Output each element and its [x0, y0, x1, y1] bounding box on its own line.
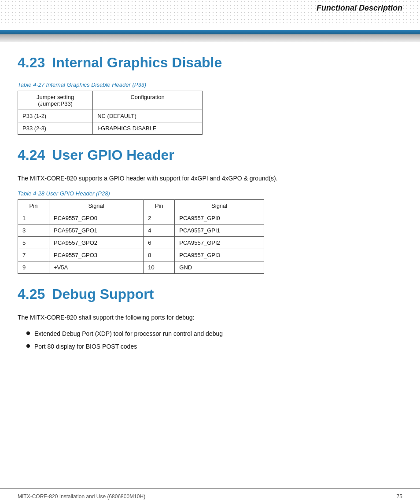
- section-424-heading: 4.24 User GPIO Header: [18, 147, 402, 163]
- table-row: 9 +V5A 10 GND: [18, 261, 264, 274]
- section-423-number: 4.23: [18, 55, 45, 71]
- table-428-r1c2: PCA9557_GPO0: [49, 212, 144, 224]
- table-428-r5c4: GND: [175, 261, 264, 274]
- table-427-col2-header: Configuration: [93, 91, 203, 110]
- table-428-r3c3: 6: [144, 237, 175, 249]
- table-row: 5 PCA9557_GPO2 6 PCA9557_GPI2: [18, 237, 264, 249]
- table-428-r2c1: 3: [18, 224, 49, 237]
- table-427-r1c2: NC (DEFAULT): [93, 110, 203, 122]
- bullet-text-2: Port 80 display for BIOS POST codes: [34, 342, 137, 351]
- table-428-r5c3: 10: [144, 261, 175, 274]
- table-428-r3c2: PCA9557_GPO2: [49, 237, 144, 249]
- list-item: Port 80 display for BIOS POST codes: [26, 342, 402, 351]
- section-424-body: The MITX-CORE-820 supports a GPIO header…: [18, 174, 402, 183]
- table-428-r4c4: PCA9557_GPI3: [175, 249, 264, 261]
- table-428-r2c3: 4: [144, 224, 175, 237]
- table-428-r5c2: +V5A: [49, 261, 144, 274]
- section-424-title: User GPIO Header: [52, 147, 174, 163]
- main-content: 4.23 Internal Graphics Disable Table 4-2…: [0, 42, 420, 381]
- section-423-heading: 4.23 Internal Graphics Disable: [18, 55, 402, 71]
- section-425-body: The MITX-CORE-820 shall support the foll…: [18, 313, 402, 322]
- table-427-r1c1: P33 (1-2): [18, 110, 93, 122]
- section-425-number: 4.25: [18, 286, 45, 302]
- table-427-r2c1: P33 (2-3): [18, 122, 93, 135]
- page-footer: MITX-CORE-820 Installation and Use (6806…: [0, 488, 420, 504]
- table-428-r1c3: 2: [144, 212, 175, 224]
- table-428-col3-header: Pin: [144, 200, 175, 212]
- table-427-r2c2: I-GRAPHICS DISABLE: [93, 122, 203, 135]
- table-428-r4c1: 7: [18, 249, 49, 261]
- table-428-r3c1: 5: [18, 237, 49, 249]
- bullet-icon: [26, 331, 30, 335]
- table-428-r4c3: 8: [144, 249, 175, 261]
- table-row: 1 PCA9557_GPO0 2 PCA9557_GPI0: [18, 212, 264, 224]
- header-title: Functional Description: [317, 4, 402, 12]
- table-row: 7 PCA9557_GPO3 8 PCA9557_GPI3: [18, 249, 264, 261]
- table-428-col2-header: Signal: [49, 200, 144, 212]
- table-428: Pin Signal Pin Signal 1 PCA9557_GPO0 2 P…: [18, 199, 264, 274]
- table-row: P33 (2-3) I-GRAPHICS DISABLE: [18, 122, 203, 135]
- blue-bar: [0, 30, 420, 34]
- footer-page-number: 75: [397, 493, 402, 500]
- bullet-text-1: Extended Debug Port (XDP) tool for proce…: [34, 329, 223, 338]
- section-423-title: Internal Graphics Disable: [52, 55, 222, 71]
- table-428-col4-header: Signal: [175, 200, 264, 212]
- bullet-icon: [26, 344, 30, 348]
- gray-bar: [0, 34, 420, 42]
- table-428-r4c2: PCA9557_GPO3: [49, 249, 144, 261]
- table-428-col1-header: Pin: [18, 200, 49, 212]
- section-425-heading: 4.25 Debug Support: [18, 286, 402, 302]
- table-428-r2c2: PCA9557_GPO1: [49, 224, 144, 237]
- table-427-col1-header: Jumper setting(Jumper:P33): [18, 91, 93, 110]
- section-425-title: Debug Support: [52, 286, 154, 302]
- table-428-r5c1: 9: [18, 261, 49, 274]
- table-428-r3c4: PCA9557_GPI2: [175, 237, 264, 249]
- table-428-r2c4: PCA9557_GPI1: [175, 224, 264, 237]
- table-427-caption: Table 4-27 Internal Graphics Disable Hea…: [18, 81, 402, 88]
- section-425-bullets: Extended Debug Port (XDP) tool for proce…: [26, 329, 402, 351]
- table-427: Jumper setting(Jumper:P33) Configuration…: [18, 91, 203, 135]
- page-header: Functional Description: [0, 0, 420, 30]
- header-title-block: Functional Description: [317, 4, 402, 13]
- table-row: P33 (1-2) NC (DEFAULT): [18, 110, 203, 122]
- footer-left: MITX-CORE-820 Installation and Use (6806…: [18, 493, 145, 500]
- table-row: 3 PCA9557_GPO1 4 PCA9557_GPI1: [18, 224, 264, 237]
- table-428-r1c4: PCA9557_GPI0: [175, 212, 264, 224]
- table-428-r1c1: 1: [18, 212, 49, 224]
- list-item: Extended Debug Port (XDP) tool for proce…: [26, 329, 402, 338]
- table-428-caption: Table 4-28 User GPIO Header (P28): [18, 190, 402, 197]
- section-424-number: 4.24: [18, 147, 45, 163]
